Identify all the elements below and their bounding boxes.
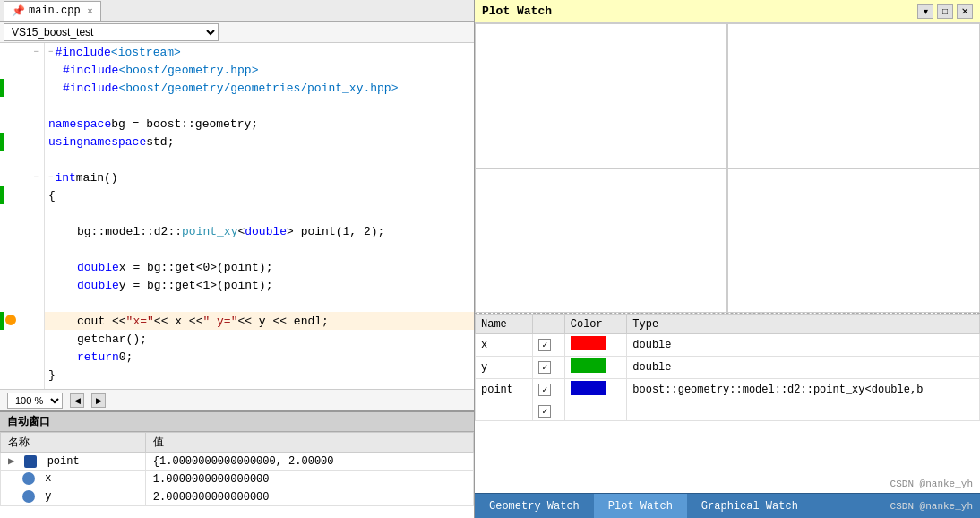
checkbox-x[interactable]: ✓	[538, 339, 551, 351]
watch-check-x[interactable]: ✓	[533, 334, 564, 357]
code-line-11: bg::model::d2::point_xy<double> point(1,…	[45, 222, 474, 240]
kw-double-11: double	[245, 225, 287, 238]
bottom-tabs: Geometry Watch Plot Watch Graphical Watc…	[475, 493, 980, 518]
auto-row-x: x 1.0000000000000000	[1, 471, 474, 488]
kw-include-2: #include	[63, 64, 118, 77]
watch-name-empty	[476, 401, 533, 421]
code-content: −#include <iostream> #include <boost/geo…	[45, 43, 474, 389]
text-13: x = bg::get<0>(point);	[119, 261, 273, 274]
text-6b: std;	[146, 135, 174, 149]
watch-check-empty[interactable]: ✓	[533, 401, 564, 421]
auto-col-name: 名称	[1, 433, 146, 453]
auto-name-x: x	[45, 473, 51, 486]
code-line-9: {	[45, 186, 474, 204]
gutter-1: −	[0, 43, 44, 61]
gutter-10	[0, 204, 44, 222]
kw-int-8: int	[55, 171, 75, 185]
watch-color-x	[564, 334, 627, 357]
auto-window: 自动窗口 名称 值 ▶ point	[0, 410, 474, 518]
gutter-5	[0, 115, 44, 133]
kw-return-18: return	[77, 350, 119, 364]
collapse-8[interactable]: −	[34, 173, 39, 182]
code-line-12	[45, 240, 474, 258]
watch-type-x: double	[627, 334, 980, 357]
plot-title-bar: Plot Watch ▾ □ ✕	[475, 0, 980, 23]
watch-row-point: point ✓ boost::geometry::model::d2::poin…	[476, 379, 980, 401]
gutter-8: −	[0, 168, 44, 186]
collapse-1[interactable]: −	[34, 47, 39, 56]
gutter-19	[0, 366, 44, 384]
color-swatch-x	[571, 336, 606, 350]
watch-check-point[interactable]: ✓	[533, 379, 564, 401]
tab-geometry-watch[interactable]: Geometry Watch	[475, 494, 594, 518]
inc-3: <boost/geometry/geometries/point_xy.hpp>	[118, 82, 398, 95]
auto-cell-y-value: 2.0000000000000000	[145, 488, 473, 506]
watch-row-empty: ✓	[476, 401, 980, 421]
checkbox-point[interactable]: ✓	[538, 384, 551, 396]
gutter-12	[0, 240, 44, 258]
scroll-right-btn[interactable]: ▶	[91, 393, 106, 408]
collapse-icon-8[interactable]: −	[48, 173, 53, 182]
auto-cell-point-name: ▶ point	[1, 453, 146, 471]
watch-check-y[interactable]: ✓	[533, 357, 564, 379]
code-line-2: #include <boost/geometry.hpp>	[45, 61, 474, 79]
text-16a: cout <<	[77, 315, 126, 328]
editor-panel: 📌 main.cpp ✕ VS15_boost_test − −	[0, 0, 475, 518]
watch-col-name: Name	[476, 315, 533, 334]
watch-name-x: x	[476, 334, 533, 357]
auto-table: 名称 值 ▶ point {1.0000000000000000, 2.0000…	[0, 432, 474, 518]
auto-window-title: 自动窗口	[0, 412, 474, 432]
kw-double-13: double	[77, 261, 119, 274]
gutter-6	[0, 133, 44, 151]
status-bar: 100 % ◀ ▶	[0, 389, 474, 410]
project-dropdown[interactable]: VS15_boost_test	[4, 23, 219, 41]
text-8: main()	[76, 171, 118, 185]
code-line-19: }	[45, 366, 474, 384]
tab-bar: 📌 main.cpp ✕	[0, 0, 474, 22]
editor-tab[interactable]: 📌 main.cpp ✕	[4, 1, 101, 21]
code-line-14: double y = bg::get<1>(point);	[45, 276, 474, 294]
plot-close-btn[interactable]: ✕	[957, 4, 973, 19]
tab-filename: main.cpp	[29, 4, 81, 17]
checkbox-y[interactable]: ✓	[538, 361, 551, 374]
str-16b: " y="	[202, 315, 237, 328]
checkbox-empty[interactable]: ✓	[538, 405, 551, 418]
expand-icon-point[interactable]: ▶	[8, 455, 14, 468]
watch-type-point: boost::geometry::model::d2::point_xy<dou…	[627, 379, 980, 401]
gutter-18	[0, 348, 44, 366]
watch-table-area: Name Color Type x ✓	[475, 314, 980, 493]
tab-graphical-watch[interactable]: Graphical Watch	[687, 494, 812, 518]
code-line-15	[45, 294, 474, 312]
str-16a: "x="	[126, 315, 154, 328]
code-line-13: double x = bg::get<0>(point);	[45, 258, 474, 276]
auto-col-value: 值	[145, 433, 473, 453]
zoom-dropdown[interactable]: 100 %	[7, 393, 63, 409]
watch-color-point	[564, 379, 627, 401]
collapse-icon-1[interactable]: −	[48, 47, 53, 56]
watch-type-empty	[627, 401, 980, 421]
line-gutter: − −	[0, 43, 45, 389]
main-container: 📌 main.cpp ✕ VS15_boost_test − −	[0, 0, 980, 518]
text-18: 0;	[119, 350, 133, 364]
tab-graphical-watch-label: Graphical Watch	[701, 500, 798, 513]
watch-type-y: double	[627, 357, 980, 379]
obj-icon-x	[22, 472, 35, 485]
gutter-2	[0, 61, 44, 79]
tab-close-icon[interactable]: ✕	[88, 5, 93, 16]
plot-restore-btn[interactable]: □	[937, 4, 953, 19]
code-line-5: namespace bg = boost::geometry;	[45, 115, 474, 133]
auto-cell-x-name: x	[1, 471, 146, 488]
tab-plot-watch[interactable]: Plot Watch	[594, 494, 687, 518]
watch-color-y	[564, 357, 627, 379]
plot-cell-1	[475, 23, 727, 168]
tab-plot-watch-label: Plot Watch	[608, 500, 673, 513]
watermark: CSDN @nanke_yh	[890, 479, 973, 489]
plot-title-text: Plot Watch	[482, 4, 917, 18]
scroll-left-btn[interactable]: ◀	[70, 393, 84, 408]
brace-close: }	[48, 368, 56, 382]
inc-2: <boost/geometry.hpp>	[118, 64, 258, 77]
plot-dropdown-btn[interactable]: ▾	[917, 4, 933, 19]
text-11b: <	[237, 225, 245, 238]
green-bar-9	[0, 186, 4, 204]
kw-double-14: double	[77, 279, 119, 292]
